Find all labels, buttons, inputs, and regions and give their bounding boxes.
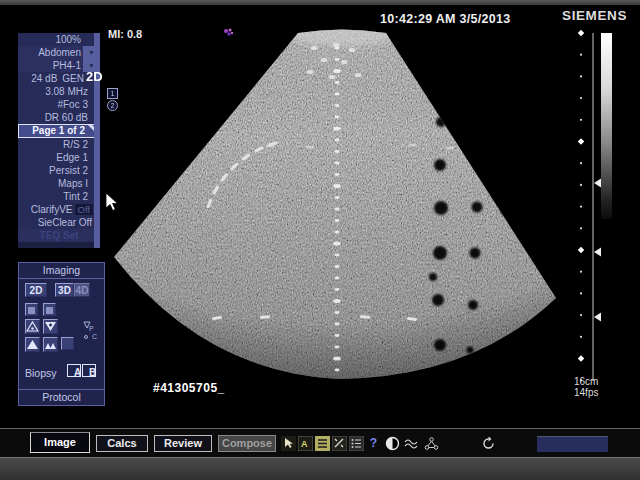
mode-4d-button[interactable]: 4D [74,283,90,297]
network-tree-icon[interactable] [424,436,439,451]
frequency-control[interactable]: 3.08 MHz [18,85,100,98]
status-indicator-box [537,436,608,452]
mouse-cursor [105,192,119,212]
framerate-value: 14fps [574,387,598,398]
depth-value: 16cm [574,376,598,387]
depth-tick-marks [578,30,585,382]
text-annotation-icon[interactable]: A [298,436,313,451]
imaging-panel-title: Imaging [19,263,104,279]
sieclear-control[interactable]: SieClear Off [18,216,100,229]
orientation-pc-icon[interactable]: P C [81,319,101,343]
clarify-label: ClarifyVE [31,203,73,216]
zoom-level[interactable]: 100% [18,33,100,46]
square-icon [28,307,35,314]
sparkle-marker [222,27,236,39]
sector-full-button[interactable] [25,337,40,352]
near-field-glow [287,22,397,46]
blank-mode-button[interactable] [61,337,74,350]
sector-steer-button[interactable] [43,319,58,334]
clarify-control[interactable]: ClarifyVE Off [18,203,100,216]
filled-triangle-icon [26,338,39,351]
parameter-sidebar: ▼ ▼ 100% Abdomen PH4-1 24 dB GEN 3.08 MH… [18,33,100,248]
bottom-frame-strip [0,457,640,480]
tab-calcs[interactable]: Calcs [96,435,148,452]
dual-screen-button[interactable] [43,303,56,316]
biopsy-label: Biopsy [25,367,57,379]
biopsy-b-button[interactable]: B [82,364,96,377]
protocol-button[interactable]: Protocol [19,389,104,405]
caliper-measure-icon[interactable] [332,436,347,451]
chevron-down-icon[interactable]: ▼ [83,46,100,59]
double-triangle-icon [44,338,57,351]
focus-marker-2-badge: 2 [107,100,118,111]
persist-control[interactable]: Persist 2 [18,164,100,177]
eject-disk-icon[interactable] [385,436,400,451]
page-selector[interactable]: Page 1 of 2 [18,124,100,138]
curve-wave-icon[interactable] [403,436,418,451]
ultrasound-scan-image [100,20,576,400]
inverted-sector-icon [44,320,57,333]
bottom-toolbar: Image Calcs Review Compose A ? [0,428,640,458]
tab-image[interactable]: Image [30,432,90,453]
mode-2d-button[interactable]: 2D [25,283,47,297]
sector-outline-icon [26,320,39,333]
mode-indicator-2d: 2D [86,69,103,84]
maps-control[interactable]: Maps I [18,177,100,190]
patient-id-annotation: #41305705_ [153,381,225,395]
imaging-panel: Imaging 2D 3D 4D P C Biopsy A B Protocol [18,262,105,406]
dynamic-range-control[interactable]: DR 60 dB [18,111,100,124]
square-icon [46,307,53,314]
map-value: GEN [62,72,84,85]
tab-review[interactable]: Review [154,435,212,452]
depth-framerate-readout: 16cm 14fps [574,376,598,398]
gain-value: 24 dB [31,72,57,85]
sector-wide-button[interactable] [25,319,40,334]
body-marker-icon[interactable] [315,436,330,451]
tint-control[interactable]: Tint 2 [18,190,100,203]
tab-compose[interactable]: Compose [218,435,276,452]
mode-3d-button[interactable]: 3D [55,283,74,297]
rs-control[interactable]: R/S 2 [18,138,100,151]
svg-text:C: C [92,333,97,340]
grayscale-bar [601,33,612,219]
ultrasound-screen: 10:42:29 AM 3/5/2013 SIEMENS MI: 0.8 [0,0,640,480]
focus-control[interactable]: #Foc 3 [18,98,100,111]
teq-control[interactable]: TEQ Set [18,229,100,242]
edge-control[interactable]: Edge 1 [18,151,100,164]
top-frame-strip [0,0,640,5]
svg-text:A: A [301,439,308,449]
depth-scale [568,25,618,410]
page-label: Page 1 of 2 [32,125,85,136]
rotate-refresh-icon[interactable] [481,436,496,451]
dual-sector-button[interactable] [43,337,58,352]
focal-zone-markers [594,179,601,322]
split-screen-button[interactable] [25,303,38,316]
report-list-icon[interactable] [349,436,364,451]
svg-text:P: P [89,325,94,332]
annotation-arrow-icon[interactable] [281,436,296,451]
help-icon[interactable]: ? [366,436,381,451]
focus-marker-1-badge: 1 [107,88,118,99]
clarify-state-badge: Off [75,204,94,215]
biopsy-a-button[interactable]: A [67,364,81,377]
